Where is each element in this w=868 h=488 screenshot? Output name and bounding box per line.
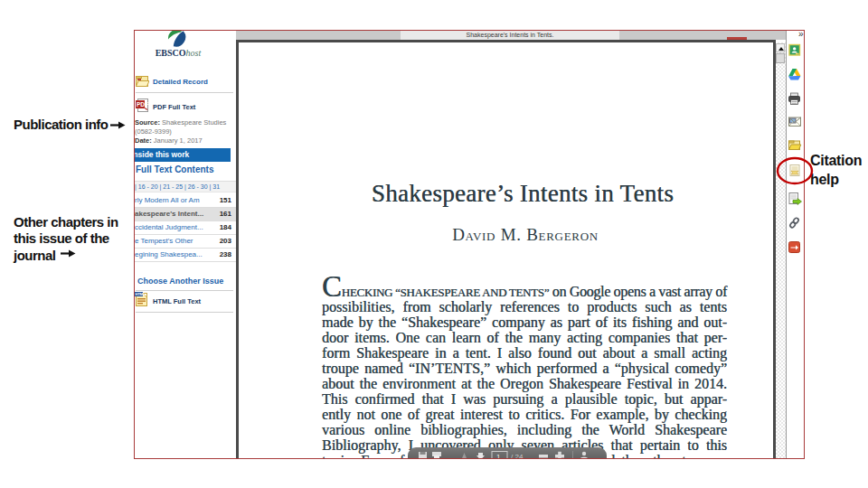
svg-text:HTML: HTML <box>136 292 146 296</box>
svg-text:PDF: PDF <box>137 101 148 108</box>
svg-text:/ 24: / 24 <box>511 453 524 460</box>
svg-text:1: 1 <box>496 453 501 460</box>
